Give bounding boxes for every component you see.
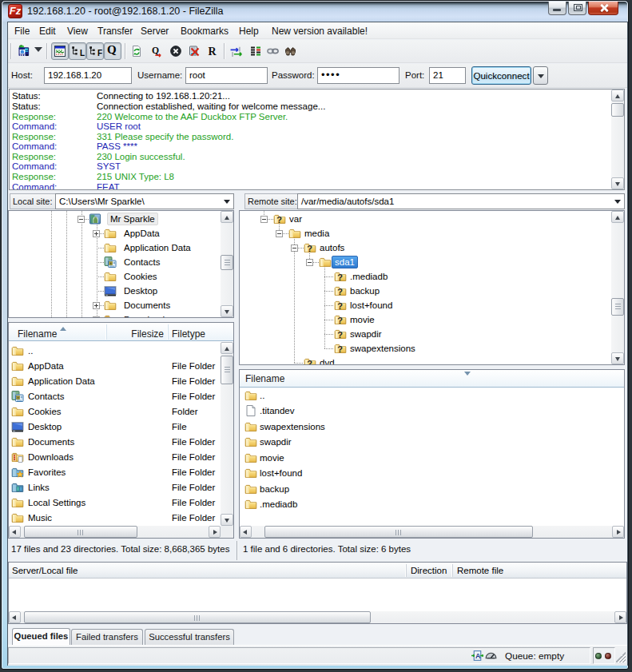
- tree-item-movie[interactable]: movie: [240, 312, 607, 327]
- scroll-right-button[interactable]: [209, 526, 221, 538]
- column-divider[interactable]: [452, 564, 453, 577]
- tree-item-contacts[interactable]: Contacts: [9, 255, 217, 269]
- scroll-up-button[interactable]: [611, 211, 624, 223]
- scroll-thumb[interactable]: [221, 356, 233, 384]
- username-input[interactable]: root: [185, 67, 268, 84]
- scroll-down-button[interactable]: [221, 305, 233, 317]
- scroll-right-button[interactable]: [614, 611, 626, 623]
- tree-item-cookies[interactable]: Cookies: [9, 269, 217, 284]
- scroll-thumb[interactable]: [24, 526, 137, 538]
- quickconnect-dropdown[interactable]: [533, 66, 548, 85]
- file-row[interactable]: .mediadb: [240, 497, 615, 512]
- scroll-up-button[interactable]: [221, 342, 233, 354]
- speed-limits-icon[interactable]: [484, 649, 498, 662]
- file-row[interactable]: ContactsFile Folder: [9, 389, 221, 404]
- tree-item-dvd[interactable]: dvd: [240, 356, 607, 365]
- file-row[interactable]: swapextensions: [240, 420, 615, 435]
- directory-comparison-button[interactable]: [227, 42, 244, 60]
- column-server-local-file[interactable]: Server/Local file: [12, 566, 78, 575]
- remote-list-hscrollbar[interactable]: [240, 526, 624, 538]
- transfer-type-auto-icon[interactable]: [471, 649, 484, 662]
- tree-item-backup[interactable]: backup: [240, 284, 607, 298]
- toggle-local-tree-button[interactable]: L: [69, 42, 86, 60]
- host-input[interactable]: 192.168.1.20: [44, 67, 132, 84]
- scroll-up-button[interactable]: [221, 211, 233, 223]
- collapse-icon[interactable]: [306, 259, 313, 266]
- toggle-remote-tree-button[interactable]: F: [86, 42, 104, 60]
- file-row[interactable]: backup: [240, 482, 615, 497]
- quickconnect-button[interactable]: Quickconnect: [471, 66, 531, 85]
- scroll-left-button[interactable]: [9, 611, 21, 623]
- log-scrollbar[interactable]: [611, 89, 624, 189]
- file-row[interactable]: CookiesFolder: [9, 404, 221, 420]
- scroll-thumb[interactable]: [264, 526, 533, 538]
- remote-tree-scrollbar[interactable]: [611, 211, 624, 364]
- tree-item-sda1[interactable]: sda1: [240, 255, 607, 269]
- cancel-operation-button[interactable]: [167, 42, 185, 60]
- remote-site-combo[interactable]: /var/media/autofs/sda1: [297, 193, 625, 209]
- file-row[interactable]: LinksFile Folder: [9, 480, 221, 495]
- site-manager-dropdown[interactable]: [34, 47, 42, 56]
- comparison-mode-button[interactable]: [247, 42, 264, 60]
- menu-transfer[interactable]: Transfer: [97, 25, 133, 38]
- column-direction[interactable]: Direction: [411, 566, 447, 575]
- tab-failed-transfers[interactable]: Failed transfers: [71, 629, 143, 645]
- tree-item-mediadb[interactable]: .mediadb: [240, 269, 607, 284]
- scroll-thumb[interactable]: [221, 255, 233, 270]
- tree-item-downloads[interactable]: Downloads: [9, 312, 217, 318]
- file-row[interactable]: ..: [240, 388, 615, 404]
- menu-new-version[interactable]: New version available!: [272, 25, 368, 38]
- file-row[interactable]: lost+found: [240, 466, 615, 481]
- close-button[interactable]: [588, 2, 618, 15]
- collapse-icon[interactable]: [78, 216, 85, 223]
- expand-icon[interactable]: [93, 230, 100, 237]
- file-row[interactable]: swapdir: [240, 435, 615, 450]
- file-row[interactable]: MusicFile Folder: [9, 511, 221, 526]
- local-site-combo[interactable]: C:\Users\Mr Sparkle\: [55, 193, 234, 209]
- column-filesize[interactable]: Filesize: [106, 328, 164, 340]
- file-row[interactable]: ..: [9, 344, 221, 359]
- queue-hscrollbar[interactable]: [9, 611, 626, 623]
- scroll-right-button[interactable]: [612, 526, 624, 538]
- local-list-hscrollbar[interactable]: [9, 526, 221, 538]
- port-input[interactable]: 21: [429, 67, 466, 84]
- collapse-icon[interactable]: [291, 245, 298, 252]
- file-row[interactable]: FavoritesFile Folder: [9, 465, 221, 480]
- collapse-icon[interactable]: [276, 230, 283, 237]
- file-row[interactable]: Application DataFile Folder: [9, 374, 221, 389]
- combo-arrow-icon[interactable]: [614, 200, 621, 207]
- maximize-button[interactable]: [568, 2, 586, 15]
- tree-item-application-data[interactable]: Application Data: [9, 241, 217, 255]
- tree-item-swapextensions[interactable]: swapextensions: [240, 341, 607, 356]
- tab-successful-transfers[interactable]: Successful transfers: [145, 629, 234, 645]
- file-row[interactable]: DesktopFile: [9, 420, 221, 435]
- file-row[interactable]: DownloadsFile Folder: [9, 450, 221, 465]
- tree-item-swapdir[interactable]: swapdir: [240, 327, 607, 341]
- scroll-up-button[interactable]: [611, 89, 624, 101]
- resize-grip[interactable]: [615, 652, 626, 662]
- column-filetype[interactable]: Filetype: [172, 328, 205, 340]
- expand-icon[interactable]: [93, 316, 100, 318]
- expand-icon[interactable]: [93, 302, 100, 309]
- tree-item-var[interactable]: var: [240, 212, 607, 226]
- synchronized-browsing-button[interactable]: [264, 42, 281, 60]
- scroll-left-button[interactable]: [9, 526, 21, 538]
- local-tree-scrollbar[interactable]: [221, 211, 233, 317]
- menu-bookmarks[interactable]: Bookmarks: [181, 25, 229, 38]
- find-files-button[interactable]: [281, 42, 299, 60]
- tree-item-documents[interactable]: Documents: [9, 298, 217, 312]
- local-list-vscrollbar[interactable]: [221, 342, 233, 526]
- column-filename[interactable]: Filename: [245, 373, 284, 384]
- scroll-thumb[interactable]: [611, 103, 624, 117]
- tree-item-mr-sparkle[interactable]: Mr Sparkle: [9, 212, 217, 226]
- combo-arrow-icon[interactable]: [224, 200, 230, 207]
- tab-queued-files[interactable]: Queued files: [12, 628, 70, 645]
- scroll-down-button[interactable]: [611, 352, 624, 364]
- column-divider[interactable]: [406, 564, 407, 577]
- file-row[interactable]: Local SettingsFile Folder: [9, 495, 221, 511]
- password-input[interactable]: ••••: [317, 67, 399, 84]
- menu-file[interactable]: File: [14, 25, 30, 38]
- column-remote-file[interactable]: Remote file: [457, 566, 503, 575]
- scroll-thumb[interactable]: [611, 298, 624, 316]
- scroll-thumb[interactable]: [24, 611, 371, 623]
